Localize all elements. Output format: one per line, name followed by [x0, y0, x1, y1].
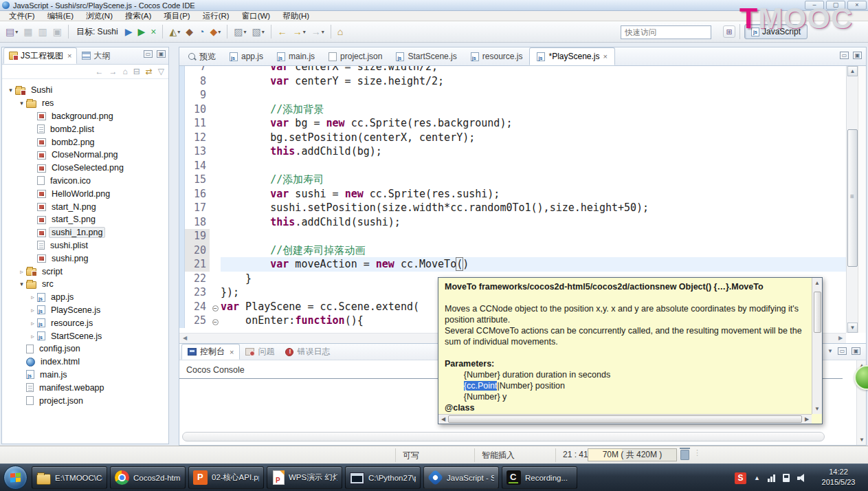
home-icon[interactable]: ⌂: [122, 67, 127, 76]
console-tab[interactable]: 错误日志: [280, 344, 335, 360]
forward-history-icon[interactable]: →▾: [291, 24, 308, 39]
tree-item[interactable]: ▹resource.js: [2, 316, 168, 329]
minimize-editor-icon[interactable]: ▭: [840, 52, 849, 59]
minimize-view-icon[interactable]: ▭: [144, 50, 153, 58]
run-icon[interactable]: ▶: [135, 24, 147, 39]
tree-expander-icon[interactable]: ▹: [28, 320, 37, 327]
menu-item[interactable]: 运行(R): [197, 11, 236, 21]
tree-item[interactable]: ▹app.js: [2, 291, 168, 304]
scroll-right-icon[interactable]: ▶: [836, 334, 845, 342]
scrollbar-thumb[interactable]: [448, 415, 802, 423]
scroll-down-icon[interactable]: ▼: [812, 404, 822, 413]
open-type-icon[interactable]: ▧▾: [249, 24, 266, 39]
menu-item[interactable]: 项目(P): [157, 11, 196, 21]
tree-item[interactable]: main.js: [2, 369, 168, 382]
minimize-console-icon[interactable]: ▭: [838, 347, 847, 355]
tree-item[interactable]: config.json: [2, 342, 168, 356]
new-package-icon[interactable]: ▨▾: [232, 24, 248, 39]
tree-item[interactable]: CloseNormal.png: [2, 149, 168, 162]
editor-tab[interactable]: main.js: [270, 47, 322, 65]
editor-tab[interactable]: project.json: [322, 47, 389, 65]
sidebar-tab[interactable]: 大纲: [77, 47, 115, 64]
garbage-collect-icon[interactable]: [680, 450, 689, 460]
taskbar-button-cmd[interactable]: C:\Python27\py...: [345, 466, 421, 489]
close-tab-icon[interactable]: ×: [230, 348, 234, 356]
sidebar-tab[interactable]: JS工程视图×: [3, 47, 77, 64]
tree-expander-icon[interactable]: ▹: [28, 307, 37, 314]
tree-item[interactable]: sushi.png: [2, 252, 168, 265]
forward-disabled-icon[interactable]: →▾: [309, 24, 326, 39]
quick-access-input[interactable]: [621, 25, 711, 39]
maximize-button[interactable]: ▢: [826, 1, 845, 10]
editor-tab[interactable]: 预览: [181, 47, 223, 65]
menu-item[interactable]: 文件(F): [3, 11, 41, 21]
taskbar-button-powerpoint[interactable]: 02-核心API.ppt...: [188, 466, 264, 489]
scroll-down-icon[interactable]: ▼: [847, 323, 858, 333]
scheduled-sync-icon[interactable]: ◔: [197, 24, 206, 39]
taskbar-button-cocos-ide[interactable]: JavaScript - Su...: [423, 466, 499, 489]
tree-item[interactable]: bomb2.png: [2, 135, 168, 149]
tree-item[interactable]: bomb2.plist: [2, 122, 168, 135]
view-menu-icon[interactable]: ▼: [827, 348, 833, 354]
tree-item[interactable]: CloseSelected.png: [2, 162, 168, 175]
editor-tab[interactable]: *PlayScene.js×: [529, 47, 614, 65]
external-tools-icon[interactable]: ◆▾: [208, 24, 223, 39]
tree-item[interactable]: sushi_1n.png: [2, 226, 168, 239]
collapse-all-icon[interactable]: ⊟: [133, 67, 140, 76]
tree-item[interactable]: sushi.plist: [2, 239, 168, 252]
menu-item[interactable]: 编辑(E): [41, 11, 80, 21]
open-perspective-icon[interactable]: ⊞: [723, 25, 735, 38]
scroll-up-icon[interactable]: ▲: [847, 66, 858, 76]
scrollbar-thumb[interactable]: [814, 292, 821, 333]
tree-item[interactable]: manifest.webapp: [2, 381, 168, 394]
taskbar-button-explorer[interactable]: E:\TMOOC\Co...: [32, 466, 107, 489]
scroll-right-icon[interactable]: ▶: [802, 415, 812, 424]
new-wizard-icon[interactable]: ▤▾: [3, 24, 20, 39]
tooltip-horizontal-scrollbar[interactable]: ◀ ▶: [438, 414, 812, 424]
tree-item[interactable]: HelloWorld.png: [2, 187, 168, 200]
minimize-button[interactable]: –: [805, 1, 824, 10]
back-history-icon[interactable]: ←: [276, 24, 289, 39]
tree-expander-icon[interactable]: ▹: [28, 333, 37, 340]
tree-item[interactable]: start_N.png: [2, 200, 168, 213]
editor-tab[interactable]: app.js: [223, 47, 270, 65]
console-tab[interactable]: 问题: [240, 344, 280, 360]
tree-item[interactable]: favicon.ico: [2, 175, 168, 188]
language-bar-icon[interactable]: [783, 474, 790, 482]
scroll-up-icon[interactable]: ▲: [812, 279, 822, 287]
scroll-left-icon[interactable]: ◀: [180, 334, 190, 342]
tree-item[interactable]: ▾res: [2, 97, 168, 110]
taskbar-button-camtasia[interactable]: Recording...: [502, 466, 577, 489]
tree-item[interactable]: background.png: [2, 110, 168, 123]
perspective-button-javascript[interactable]: js JavaScript: [744, 24, 808, 39]
tree-expander-icon[interactable]: ▾: [17, 281, 26, 287]
tree-expander-icon[interactable]: ▾: [17, 100, 26, 107]
volume-icon[interactable]: [797, 474, 808, 483]
menu-item[interactable]: 帮助(H): [276, 11, 315, 21]
scroll-left-icon[interactable]: ◀: [438, 415, 448, 424]
show-hidden-icons-icon[interactable]: ▲: [754, 474, 760, 481]
sogou-tray-icon[interactable]: S: [735, 472, 746, 484]
back-icon[interactable]: ←: [95, 67, 103, 76]
debug-icon[interactable]: ▶: [123, 24, 135, 39]
tree-expander-icon[interactable]: ▾: [6, 87, 15, 94]
close-tab-icon[interactable]: ×: [67, 52, 71, 60]
tree-item[interactable]: project.json: [2, 394, 168, 407]
maximize-editor-icon[interactable]: ▣: [853, 52, 862, 59]
menu-item[interactable]: 窗口(W): [236, 11, 277, 21]
console-tab[interactable]: 控制台×: [181, 344, 240, 360]
taskbar-button-chrome[interactable]: Cocos2d-html5...: [110, 466, 186, 489]
tree-item[interactable]: ▹StartScene.js: [2, 329, 168, 342]
fold-toggle-icon[interactable]: −: [210, 314, 221, 328]
editor-tab[interactable]: resource.js: [464, 47, 530, 65]
forward-icon[interactable]: →: [109, 67, 117, 76]
tree-item[interactable]: index.html: [2, 356, 168, 369]
tree-item[interactable]: ▹script: [2, 265, 168, 278]
fold-toggle-icon[interactable]: −: [210, 300, 221, 314]
coverage-icon[interactable]: ◭▾: [167, 24, 182, 39]
tree-expander-icon[interactable]: ▹: [17, 268, 26, 275]
editor-tab[interactable]: StartScene.js: [389, 47, 463, 65]
scrollbar-thumb[interactable]: [847, 129, 858, 267]
network-signal-icon[interactable]: [768, 474, 775, 482]
editor-vertical-scrollbar[interactable]: ▲ ▼: [846, 66, 858, 333]
